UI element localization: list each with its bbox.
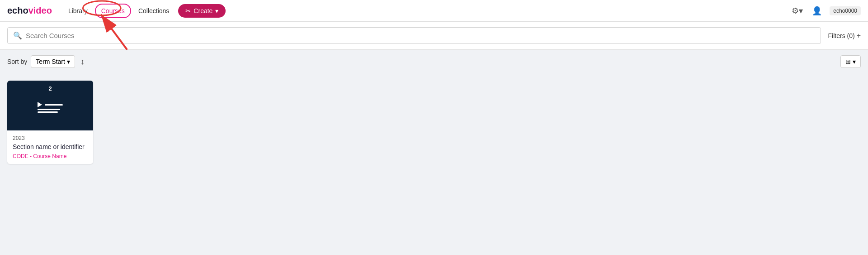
view-toggle-button[interactable]: ⊞ ▾: [840, 55, 861, 68]
settings-icon[interactable]: ⚙▾: [790, 4, 804, 18]
course-card[interactable]: 2 2023 Section name or identifier CODE -…: [7, 81, 93, 164]
user-icon[interactable]: 👤: [810, 4, 824, 18]
search-bar: 🔍: [7, 27, 821, 44]
create-button[interactable]: ✂ Create ▾: [178, 4, 226, 18]
sort-dropdown-icon: ▾: [67, 58, 70, 65]
chevron-down-icon: ▾: [215, 7, 218, 14]
nav-library[interactable]: Library: [63, 5, 93, 17]
search-input[interactable]: [26, 32, 815, 39]
play-icon: [38, 102, 42, 107]
view-chevron-icon: ▾: [853, 58, 856, 65]
thumb-line-3: [38, 111, 58, 113]
course-thumbnail-icon: [38, 102, 63, 113]
sort-direction-icon[interactable]: ↕: [80, 57, 85, 67]
sort-select[interactable]: Term Start ▾: [31, 55, 75, 68]
content-area: 2 2023 Section name or identifier CODE -…: [0, 73, 868, 255]
grid-view-icon: ⊞: [845, 58, 851, 65]
user-badge: echo0000: [830, 6, 861, 15]
course-thumbnail: 2: [7, 81, 93, 130]
search-bar-container: 🔍 Filters (0) +: [0, 22, 868, 50]
thumb-line-2: [38, 109, 60, 110]
main-header: echo video Library Courses Collections ✂…: [0, 0, 868, 22]
filters-label: Filters (0): [828, 32, 855, 39]
course-info: 2023 Section name or identifier CODE - C…: [7, 130, 93, 164]
sort-option-label: Term Start: [36, 58, 65, 65]
logo-echo: echo: [7, 5, 28, 16]
scissors-icon: ✂: [185, 7, 191, 14]
logo: echo video: [7, 5, 52, 16]
nav-collections[interactable]: Collections: [133, 5, 175, 17]
course-code: CODE - Course Name: [13, 153, 88, 159]
create-label: Create: [193, 7, 212, 14]
header-right: ⚙▾ 👤 echo0000: [790, 4, 861, 18]
course-count-badge: 2: [7, 85, 93, 92]
nav-courses[interactable]: Courses: [95, 4, 131, 18]
filters-button[interactable]: Filters (0) +: [828, 32, 861, 40]
filters-plus-icon: +: [857, 32, 861, 40]
search-icon: 🔍: [13, 31, 22, 40]
sort-by-label: Sort by: [7, 58, 27, 65]
main-nav: Library Courses Collections ✂ Create ▾: [63, 4, 226, 18]
logo-video: video: [28, 5, 52, 16]
thumb-line-1: [45, 104, 63, 106]
toolbar: Sort by Term Start ▾ ↕ ⊞ ▾: [0, 50, 868, 73]
course-year: 2023: [13, 135, 88, 141]
course-section: Section name or identifier: [13, 143, 88, 150]
